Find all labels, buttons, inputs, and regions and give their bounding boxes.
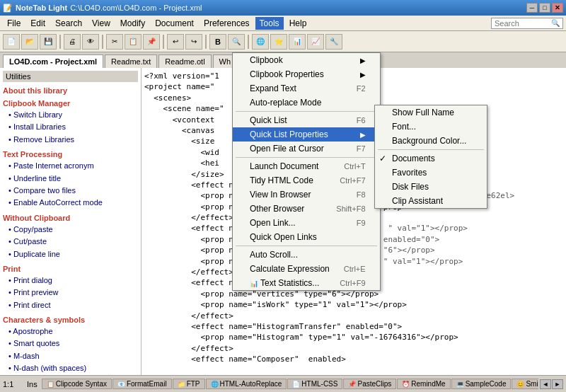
submenu-favorites[interactable]: Favorites <box>375 166 487 180</box>
open-file-shortcut: F7 <box>357 144 366 153</box>
open-file-label: Open File at Cursor <box>250 144 324 154</box>
submenu-font[interactable]: Font... <box>375 120 487 134</box>
calculate-shortcut: Ctrl+E <box>344 265 366 273</box>
separator-2 <box>236 157 377 158</box>
open-link-shortcut: F9 <box>357 219 366 227</box>
menu-quick-open-links[interactable]: Quick Open Links <box>233 230 380 244</box>
clipbook-label: Clipbook <box>250 55 283 65</box>
quick-list-label: Quick List <box>250 115 287 125</box>
submenu-documents[interactable]: ✓ Documents <box>375 151 487 166</box>
expand-text-shortcut: F2 <box>357 84 366 93</box>
clipbook-properties-label: Clipbook Properties <box>250 69 324 79</box>
other-browser-shortcut: Shift+F8 <box>336 204 365 213</box>
calculate-label: Calculate Expression <box>250 264 330 274</box>
clipbook-properties-arrow: ▶ <box>360 71 366 79</box>
submenu-clip-assistant[interactable]: Clip Assistant <box>375 194 487 208</box>
menu-overlay: Clipbook ▶ Clipbook Properties ▶ Expand … <box>0 0 566 392</box>
auto-replace-label: Auto-replace Mode <box>250 98 321 108</box>
submenu-disk-files[interactable]: Disk Files <box>375 180 487 194</box>
tools-menu: Clipbook ▶ Clipbook Properties ▶ Expand … <box>232 52 381 291</box>
menu-quick-list-properties[interactable]: Quick List Properties ▶ <box>233 127 380 142</box>
menu-quick-list[interactable]: Quick List F6 <box>233 113 380 127</box>
text-stats-label: 📊 Text Statistics... <box>250 278 319 288</box>
submenu-show-full-name[interactable]: Show Full Name <box>375 105 487 120</box>
favorites-label: Favorites <box>392 168 427 178</box>
view-browser-shortcut: F8 <box>357 190 366 199</box>
menu-launch-document[interactable]: Launch Document Ctrl+T <box>233 159 380 173</box>
menu-clipbook[interactable]: Clipbook ▶ <box>233 53 380 67</box>
clip-assistant-label: Clip Assistant <box>392 196 443 206</box>
documents-label: Documents <box>392 154 435 163</box>
menu-auto-replace[interactable]: Auto-replace Mode <box>233 96 380 110</box>
view-browser-label: View In Browser <box>250 190 311 200</box>
menu-view-browser[interactable]: View In Browser F8 <box>233 188 380 202</box>
quick-list-props-label: Quick List Properties <box>250 129 328 139</box>
menu-text-stats[interactable]: 📊 Text Statistics... Ctrl+F9 <box>233 276 380 290</box>
menu-clipbook-properties[interactable]: Clipbook Properties ▶ <box>233 67 380 81</box>
quick-list-shortcut: F6 <box>357 116 366 125</box>
tidy-html-shortcut: Ctrl+F7 <box>340 176 365 185</box>
menu-open-link[interactable]: Open Link... F9 <box>233 216 380 230</box>
menu-calculate[interactable]: Calculate Expression Ctrl+E <box>233 262 380 276</box>
separator-3 <box>236 246 377 246</box>
separator-1 <box>236 111 377 112</box>
submenu-background-color[interactable]: Background Color... <box>375 134 487 148</box>
menu-other-browser[interactable]: Other Browser Shift+F8 <box>233 202 380 216</box>
documents-checkmark: ✓ <box>379 154 386 163</box>
quick-list-properties-submenu: Show Full Name Font... Background Color.… <box>374 105 487 209</box>
auto-scroll-label: Auto Scroll... <box>250 250 298 260</box>
text-stats-shortcut: Ctrl+F9 <box>340 279 365 287</box>
other-browser-label: Other Browser <box>250 204 304 214</box>
launch-document-shortcut: Ctrl+T <box>344 162 365 171</box>
open-link-label: Open Link... <box>250 218 296 228</box>
launch-document-label: Launch Document <box>250 161 318 171</box>
show-full-name-label: Show Full Name <box>392 108 454 117</box>
tidy-html-label: Tidy HTML Code <box>250 175 313 185</box>
font-label: Font... <box>392 122 416 132</box>
submenu-sep-1 <box>378 149 484 150</box>
menu-tidy-html[interactable]: Tidy HTML Code Ctrl+F7 <box>233 173 380 188</box>
background-color-label: Background Color... <box>392 136 466 146</box>
menu-auto-scroll[interactable]: Auto Scroll... <box>233 248 380 262</box>
quick-open-links-label: Quick Open Links <box>250 232 317 242</box>
menu-expand-text[interactable]: Expand Text F2 <box>233 81 380 96</box>
quick-list-props-arrow: ▶ <box>360 131 366 139</box>
disk-files-label: Disk Files <box>392 182 429 192</box>
menu-open-file-cursor[interactable]: Open File at Cursor F7 <box>233 142 380 156</box>
expand-text-label: Expand Text <box>250 83 296 93</box>
clipbook-arrow: ▶ <box>360 57 366 64</box>
